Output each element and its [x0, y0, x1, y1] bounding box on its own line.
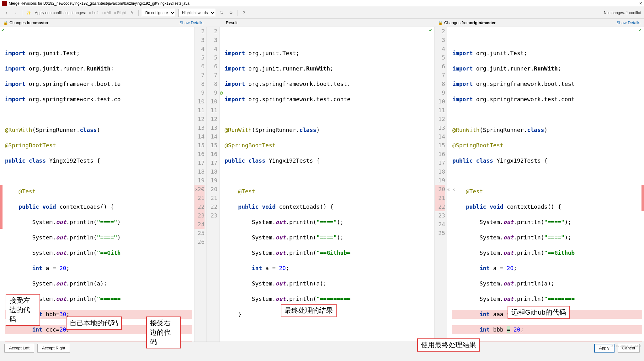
separator: [22, 10, 22, 16]
footer: Accept Left Accept Right Apply Cancel: [0, 342, 644, 354]
pane-headers: 🔒 Changes from master Show Details Resul…: [0, 19, 644, 27]
result-pane: 2345678 9 ❂ 1011121314151617181920212223…: [207, 27, 435, 342]
status-text: No changes. 1 conflict: [604, 11, 641, 15]
next-diff-icon[interactable]: ↓: [13, 10, 19, 16]
right-code[interactable]: import org.junit.Test; import org.junit.…: [447, 27, 644, 342]
magic-wand-icon[interactable]: ✨: [25, 10, 32, 16]
reject-left-icon[interactable]: ✕: [195, 187, 198, 192]
check-icon: ✔: [638, 28, 642, 33]
annotation-accept-right: 接受右边的代码: [146, 317, 181, 348]
close-icon[interactable]: ×: [639, 1, 642, 6]
result-code[interactable]: import org.junit.Test; import org.junit.…: [220, 27, 434, 342]
apply-all-link[interactable]: »« All: [102, 11, 111, 15]
left-gutter: 2345678910111213141516171819 ✕ »20 21222…: [194, 27, 207, 342]
accept-right-button[interactable]: Accept Right: [37, 344, 70, 353]
help-icon[interactable]: ?: [241, 10, 247, 16]
annotation-local-code: 自己本地的代码: [66, 317, 122, 330]
window-title: Merge Revisions for D:\192_newcode\yingx…: [9, 1, 189, 6]
separator: [237, 10, 237, 16]
highlight-select[interactable]: Highlight words: [178, 9, 215, 17]
edit-icon[interactable]: ✎: [129, 10, 135, 16]
apply-left-link[interactable]: » Left: [89, 11, 98, 15]
show-details-left[interactable]: Show Details: [179, 20, 203, 25]
left-header-branch: master: [35, 20, 49, 25]
lock-icon: 🔒: [3, 20, 8, 25]
prev-diff-icon[interactable]: ↑: [3, 10, 9, 16]
accept-left-icon[interactable]: »: [200, 187, 203, 192]
lock-icon: 🔒: [438, 20, 443, 25]
collapse-icon[interactable]: ⇅: [218, 10, 225, 16]
result-gutter-left: 2345678 9 ❂ 1011121314151617181920212223: [207, 27, 220, 342]
diff-panes: ✔ import org.junit.Test; import org.juni…: [0, 27, 644, 342]
annotation-final-result: 最终处理的结果: [281, 304, 337, 317]
result-header: Result: [226, 20, 237, 25]
right-pane: 2345678910111213141516171819 20« ✕ 21222…: [435, 27, 644, 342]
accept-left-button[interactable]: Accept Left: [4, 344, 34, 353]
watermark: CSDN @NAOBDAN: [609, 344, 641, 348]
conflict-marker: [641, 185, 644, 211]
right-gutter: 2345678910111213141516171819 20« ✕ 21222…: [435, 27, 447, 342]
ignore-select[interactable]: Do not ignore: [142, 9, 175, 17]
conflict-marker: [0, 185, 3, 229]
right-header-branch: origin/master: [470, 20, 496, 25]
apply-nonconf-label: Apply non-conflicting changes:: [35, 11, 86, 15]
separator: [138, 10, 139, 16]
right-header-prefix: Changes from: [444, 20, 470, 25]
show-details-right[interactable]: Show Details: [616, 20, 640, 25]
annotation-remote-github: 远程Github的代码: [508, 306, 570, 319]
settings-icon[interactable]: ⚙: [228, 10, 234, 16]
left-header-prefix: Changes from: [9, 20, 35, 25]
titlebar: Merge Revisions for D:\192_newcode\yingx…: [0, 0, 644, 7]
check-icon: ✔: [429, 28, 433, 33]
app-icon: [2, 1, 7, 6]
apply-right-link[interactable]: « Right: [114, 11, 126, 15]
toolbar: ↑ ↓ ✨ Apply non-conflicting changes: » L…: [0, 7, 644, 19]
annotation-use-final: 使用最终处理结果: [417, 338, 480, 352]
annotation-accept-left: 接受左边的代码: [6, 294, 40, 326]
